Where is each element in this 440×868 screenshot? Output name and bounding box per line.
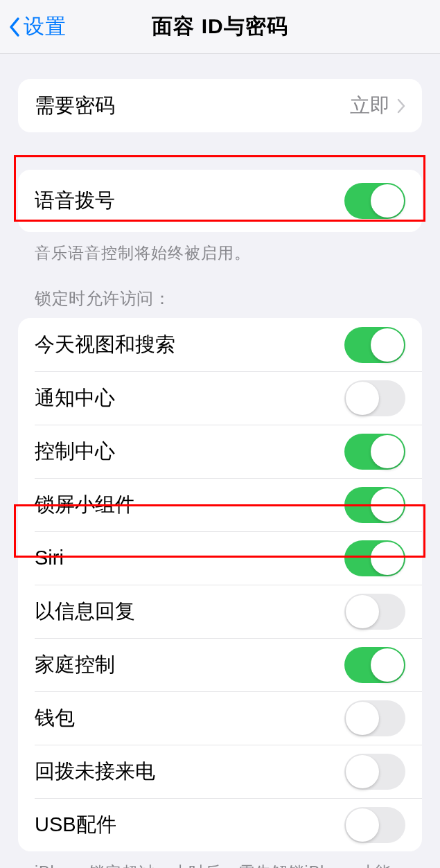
row-lock-access-item: 回拨未接来电 — [18, 745, 422, 798]
voice-dial-footer: 音乐语音控制将始终被启用。 — [18, 232, 422, 264]
row-voice-dial: 语音拨号 — [18, 170, 422, 232]
navbar: 设置 面容 ID与密码 — [0, 0, 440, 54]
group-passcode: 需要密码 立即 — [18, 79, 422, 132]
group-lock-access: 今天视图和搜索通知中心控制中心锁屏小组件Siri以信息回复家庭控制钱包回拨未接来… — [18, 318, 422, 851]
require-passcode-label: 需要密码 — [35, 92, 115, 120]
lock-access-item-label: USB配件 — [35, 811, 116, 839]
chevron-left-icon — [8, 17, 21, 37]
voice-dial-label: 语音拨号 — [35, 187, 115, 215]
row-lock-access-item: 以信息回复 — [18, 585, 422, 638]
back-button[interactable]: 设置 — [0, 12, 67, 41]
lock-access-item-label: 以信息回复 — [35, 598, 135, 626]
row-lock-access-item: 通知中心 — [18, 371, 422, 425]
require-passcode-value: 立即 — [350, 92, 390, 120]
lock-access-item-label: 家庭控制 — [35, 651, 115, 679]
lock-access-item-toggle[interactable] — [344, 487, 405, 523]
lock-access-item-toggle[interactable] — [344, 700, 405, 736]
lock-access-header: 锁定时允许访问： — [18, 287, 422, 318]
chevron-right-icon — [397, 98, 405, 114]
row-lock-access-item: 家庭控制 — [18, 638, 422, 691]
lock-access-item-label: 钱包 — [35, 705, 75, 732]
row-lock-access-item: USB配件 — [18, 798, 422, 851]
lock-access-item-label: 回拨未接来电 — [35, 758, 155, 786]
lock-access-item-toggle[interactable] — [344, 540, 405, 576]
row-lock-access-item: 钱包 — [18, 691, 422, 745]
row-lock-access-item: Siri — [18, 531, 422, 585]
row-require-passcode[interactable]: 需要密码 立即 — [18, 79, 422, 132]
back-label: 设置 — [24, 12, 67, 41]
voice-dial-toggle[interactable] — [344, 183, 405, 219]
lock-access-item-toggle[interactable] — [344, 807, 405, 843]
lock-access-item-toggle[interactable] — [344, 754, 405, 790]
lock-access-item-toggle[interactable] — [344, 647, 405, 683]
lock-access-item-toggle[interactable] — [344, 594, 405, 630]
row-lock-access-item: 控制中心 — [18, 425, 422, 478]
lock-access-item-label: 通知中心 — [35, 384, 115, 412]
row-lock-access-item: 今天视图和搜索 — [18, 318, 422, 371]
lock-access-item-label: 今天视图和搜索 — [35, 331, 175, 359]
lock-access-item-toggle[interactable] — [344, 380, 405, 416]
row-lock-access-item: 锁屏小组件 — [18, 478, 422, 531]
lock-access-footer: iPhone锁定超过一小时后，需先解锁iPhone才能允许USB配件连接。 — [18, 851, 422, 868]
lock-access-item-label: Siri — [35, 547, 64, 569]
lock-access-item-toggle[interactable] — [344, 434, 405, 470]
lock-access-item-label: 控制中心 — [35, 438, 115, 466]
page-title: 面容 ID与密码 — [152, 12, 288, 41]
lock-access-item-label: 锁屏小组件 — [35, 491, 135, 519]
lock-access-item-toggle[interactable] — [344, 327, 405, 363]
group-voice-dial: 语音拨号 — [18, 170, 422, 232]
